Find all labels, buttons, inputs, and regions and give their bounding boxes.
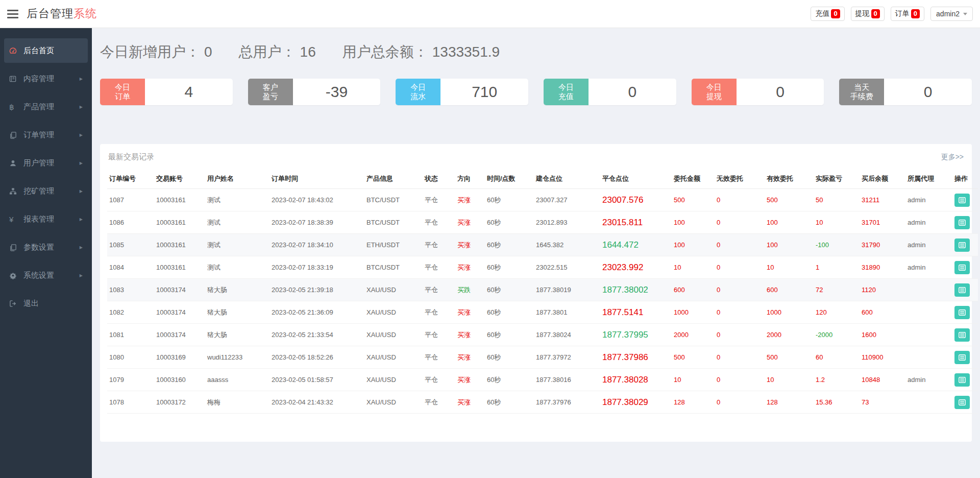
cell-period: 60秒 <box>485 391 534 414</box>
user-menu[interactable]: admin2 <box>930 7 973 21</box>
table-row: 108110003174猪大肠2023-02-05 21:33:54XAU/US… <box>107 324 978 346</box>
cell-valid: 128 <box>765 391 814 414</box>
view-order-button[interactable] <box>954 216 970 229</box>
column-header: 交易账号 <box>154 169 205 189</box>
overview-stats: 今日新增用户：0 总用户：16 用户总余额：1333351.9 <box>100 42 972 62</box>
cell-invalid: 0 <box>715 234 765 256</box>
sidebar-nav: 后台首页 内容管理 ▶ ฿ 产品管理 ▶ 订单管理 ▶ 用户管理 <box>0 28 92 318</box>
caret-down-icon <box>963 13 967 15</box>
cell-time: 2023-02-07 18:43:02 <box>270 189 364 211</box>
cell-profit: 50 <box>814 189 860 211</box>
menu-toggle-icon[interactable] <box>7 8 18 20</box>
cell-account: 10003174 <box>154 301 205 324</box>
sidebar-item-orders[interactable]: 订单管理 ▶ <box>0 121 92 149</box>
cell-balance: 31211 <box>860 189 905 211</box>
cell-action <box>952 189 978 211</box>
cell-open: 23022.515 <box>534 256 600 279</box>
view-order-button[interactable] <box>954 396 970 409</box>
withdraw-label: 提现 <box>855 9 870 18</box>
sidebar-item-users[interactable]: 用户管理 ▶ <box>0 149 92 177</box>
card-label: 当天手续费 <box>839 79 884 105</box>
column-header: 平仓点位 <box>600 169 672 189</box>
cell-time: 2023-02-04 21:43:32 <box>270 391 364 414</box>
view-order-button[interactable] <box>954 373 970 387</box>
cell-profit: 1.2 <box>814 369 860 391</box>
sidebar-item-reports[interactable]: ¥ 报表管理 ▶ <box>0 205 92 233</box>
trades-table: 订单编号交易账号用户姓名订单时间产品信息状态方向时间/点数建仓点位平仓点位委托金… <box>107 169 978 414</box>
more-link[interactable]: 更多>> <box>941 153 964 162</box>
sidebar-item-label: 参数设置 <box>23 243 54 252</box>
cell-time: 2023-02-05 21:39:18 <box>270 279 364 301</box>
column-header: 用户姓名 <box>205 169 270 189</box>
card-label: 今日提现 <box>692 79 737 105</box>
stat-total-balance: 用户总余额：1333351.9 <box>342 42 500 62</box>
sidebar-item-settings[interactable]: 系统设置 ▶ <box>0 261 92 290</box>
app-title: 后台管理系统 <box>27 6 97 21</box>
cell-direction: 买涨 <box>455 324 485 346</box>
cell-agent <box>905 301 952 324</box>
logout-icon <box>9 300 23 307</box>
view-order-button[interactable] <box>954 283 970 297</box>
cell-valid: 10 <box>765 256 814 279</box>
cell-open: 1877.37972 <box>534 346 600 369</box>
card-label: 今日订单 <box>100 79 145 105</box>
cell-amount: 500 <box>672 346 715 369</box>
view-order-button[interactable] <box>954 194 970 207</box>
cell-period: 60秒 <box>485 256 534 279</box>
cell-agent: admin <box>905 369 952 391</box>
chevron-right-icon: ▶ <box>80 245 83 250</box>
view-order-button[interactable] <box>954 238 970 252</box>
cell-status: 平仓 <box>423 256 455 279</box>
withdraw-badge: 0 <box>871 9 880 18</box>
sidebar-item-home[interactable]: 后台首页 <box>4 38 88 63</box>
recharge-button[interactable]: 充值 0 <box>811 7 844 21</box>
cell-balance: 600 <box>860 301 905 324</box>
cell-amount: 600 <box>672 279 715 301</box>
cell-valid: 1000 <box>765 301 814 324</box>
cell-invalid: 0 <box>715 256 765 279</box>
card-value: 0 <box>737 79 824 105</box>
cell-direction: 买涨 <box>455 189 485 211</box>
sidebar-item-products[interactable]: ฿ 产品管理 ▶ <box>0 93 92 121</box>
column-header: 订单编号 <box>107 169 154 189</box>
cell-open: 23012.893 <box>534 211 600 234</box>
sidebar-item-mining[interactable]: 挖矿管理 ▶ <box>0 177 92 205</box>
sidebar-item-logout[interactable]: 退出 <box>0 290 92 318</box>
card-value: 0 <box>589 79 676 105</box>
view-order-button[interactable] <box>954 328 970 342</box>
view-order-button[interactable] <box>954 351 970 364</box>
cell-valid: 2000 <box>765 324 814 346</box>
column-header: 建仓点位 <box>534 169 600 189</box>
column-header: 实际盈亏 <box>814 169 860 189</box>
cell-invalid: 0 <box>715 279 765 301</box>
cell-amount: 10 <box>672 256 715 279</box>
view-order-button[interactable] <box>954 261 970 274</box>
cell-account: 10003174 <box>154 324 205 346</box>
cell-close: 1877.38029 <box>600 391 672 414</box>
cell-valid: 10 <box>765 369 814 391</box>
orders-button[interactable]: 订单 0 <box>891 7 924 21</box>
cell-invalid: 0 <box>715 189 765 211</box>
bitcoin-icon: ฿ <box>9 103 23 112</box>
view-order-button[interactable] <box>954 306 970 319</box>
table-row: 108510003161测试2023-02-07 18:34:10ETH/USD… <box>107 234 978 256</box>
cell-profit: 120 <box>814 301 860 324</box>
sidebar-item-content[interactable]: 内容管理 ▶ <box>0 65 92 93</box>
cell-open: 1877.3801 <box>534 301 600 324</box>
table-row: 108410003161测试2023-02-07 18:33:19BTC/USD… <box>107 256 978 279</box>
cell-direction: 买涨 <box>455 211 485 234</box>
table-row: 107810003172梅梅2023-02-04 21:43:32XAU/USD… <box>107 391 978 414</box>
sidebar-item-label: 内容管理 <box>23 74 54 84</box>
cell-account: 10003161 <box>154 189 205 211</box>
cell-product: BTC/USDT <box>364 189 423 211</box>
withdraw-button[interactable]: 提现 0 <box>851 7 885 21</box>
sidebar-item-params[interactable]: 参数设置 ▶ <box>0 233 92 261</box>
cell-account: 10003161 <box>154 234 205 256</box>
cell-period: 60秒 <box>485 369 534 391</box>
orders-label: 订单 <box>895 9 910 18</box>
dashboard-icon <box>9 47 23 55</box>
cell-period: 60秒 <box>485 324 534 346</box>
cell-id: 1079 <box>107 369 154 391</box>
chevron-right-icon: ▶ <box>80 189 83 194</box>
cell-id: 1082 <box>107 301 154 324</box>
